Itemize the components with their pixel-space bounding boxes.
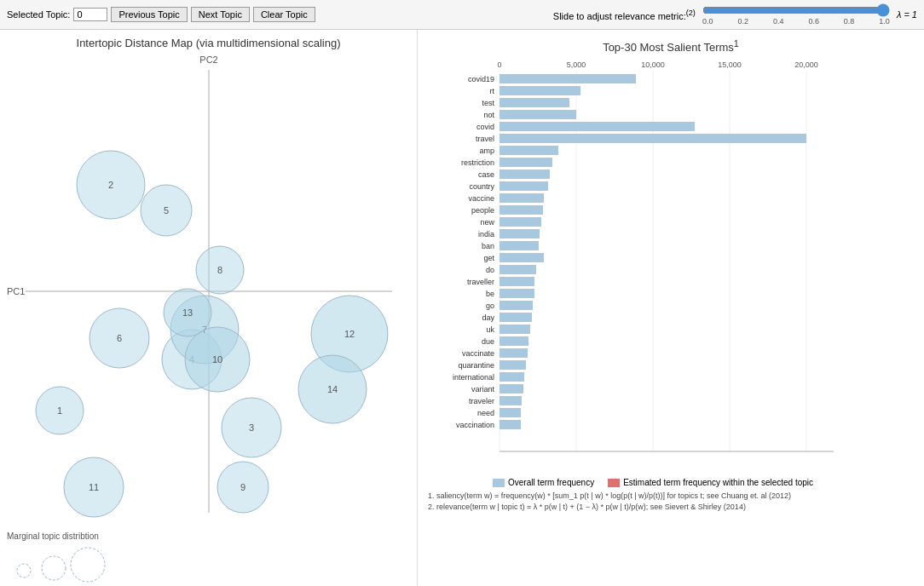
marginal-legend: Marginal topic distribtion 2% 5% 10%	[0, 530, 417, 586]
scatter-area: PC2 PC1 1 2 3 4 5	[0, 53, 418, 530]
intertopic-title: Intertopic Distance Map (via multidimens…	[0, 30, 417, 53]
svg-text:be: be	[486, 290, 494, 298]
legend-circle-5pct	[42, 556, 66, 580]
bar-go	[500, 301, 533, 310]
svg-text:india: india	[478, 230, 494, 238]
bar-vaccine	[500, 193, 544, 203]
bar-covid19	[500, 74, 636, 83]
bar-chart-title: Top-30 Most Salient Terms1	[424, 33, 917, 55]
svg-text:15,000: 15,000	[718, 60, 742, 69]
bar-ban	[500, 241, 539, 250]
bar-not	[500, 110, 576, 119]
legend-estimated: Estimated term frequency within the sele…	[608, 478, 813, 487]
pc2-label: PC2	[199, 55, 217, 65]
svg-text:10,000: 10,000	[641, 60, 665, 69]
svg-text:uk: uk	[486, 325, 494, 334]
bar-traveler	[500, 396, 522, 405]
svg-text:travel: travel	[476, 135, 494, 143]
svg-text:20,000: 20,000	[794, 60, 818, 69]
relevance-slider[interactable]	[702, 3, 890, 17]
svg-text:case: case	[478, 170, 494, 179]
left-panel: Intertopic Distance Map (via multidimens…	[0, 30, 418, 586]
topic-controls: Selected Topic: Previous Topic Next Topi…	[7, 7, 315, 22]
slider-ticks: 0.0 0.2 0.4 0.6 0.8 1.0	[702, 17, 890, 26]
main-content: Intertopic Distance Map (via multidimens…	[0, 30, 924, 586]
topic-label-13: 13	[182, 307, 193, 318]
chart-legend: Overall term frequency Estimated term fr…	[424, 478, 917, 487]
bar-people	[500, 205, 543, 215]
topic-label-11: 11	[89, 482, 99, 492]
bar-do	[500, 265, 536, 274]
svg-text:need: need	[477, 409, 494, 417]
bar-restriction	[500, 158, 552, 167]
svg-text:test: test	[482, 99, 494, 107]
svg-text:country: country	[469, 182, 494, 191]
topic-label-5: 5	[164, 205, 169, 215]
topic-label-3: 3	[249, 422, 254, 433]
bar-amp	[500, 146, 558, 155]
bar-traveller	[500, 277, 534, 286]
footnote-1: 1. saliency(term w) = frequency(w) * [su…	[428, 491, 917, 502]
bar-country	[500, 181, 548, 191]
svg-text:ban: ban	[482, 242, 494, 250]
svg-text:5,000: 5,000	[567, 60, 586, 69]
svg-text:traveller: traveller	[467, 278, 494, 286]
bar-covid	[500, 122, 695, 131]
svg-text:vaccine: vaccine	[468, 194, 494, 203]
svg-text:people: people	[471, 206, 494, 215]
legend-circle-2pct	[17, 564, 31, 577]
topic-input[interactable]	[73, 8, 107, 21]
prev-topic-button[interactable]: Previous Topic	[111, 7, 187, 22]
bar-chart-svg: 0 5,000 10,000 15,000 20,000 covid19 rt …	[424, 55, 876, 473]
bar-variant	[500, 384, 523, 394]
svg-text:restriction: restriction	[461, 158, 494, 167]
bar-get	[500, 253, 544, 262]
svg-text:variant: variant	[471, 385, 495, 394]
topic-label-1: 1	[57, 405, 62, 416]
svg-text:not: not	[483, 111, 494, 119]
svg-text:day: day	[482, 313, 494, 322]
next-topic-button[interactable]: Next Topic	[191, 7, 250, 22]
bar-test	[500, 98, 569, 107]
svg-text:get: get	[483, 254, 494, 262]
topic-label-8: 8	[217, 265, 222, 275]
bar-vaccination	[500, 420, 521, 429]
lambda-label: λ = 1	[897, 9, 917, 20]
bar-quarantine	[500, 360, 526, 370]
top-bar: Selected Topic: Previous Topic Next Topi…	[0, 0, 924, 30]
svg-text:due: due	[482, 337, 494, 346]
bar-rt	[500, 86, 580, 95]
bar-due	[500, 336, 528, 346]
legend-title: Marginal topic distribtion	[7, 531, 410, 541]
bar-uk	[500, 325, 530, 334]
svg-text:vaccination: vaccination	[456, 421, 494, 429]
overall-freq-box	[493, 479, 505, 487]
topic-label-12: 12	[344, 329, 355, 339]
bar-international	[500, 372, 524, 382]
selected-topic-label: Selected Topic:	[7, 9, 70, 20]
svg-text:do: do	[486, 266, 494, 274]
clear-topic-button[interactable]: Clear Topic	[253, 7, 315, 22]
bar-vaccinate	[500, 348, 528, 358]
svg-text:new: new	[480, 218, 494, 227]
topic-label-10: 10	[212, 354, 222, 365]
svg-text:covid19: covid19	[468, 75, 494, 83]
legend-overall: Overall term frequency	[493, 478, 594, 487]
bar-case	[500, 169, 550, 179]
topic-label-9: 9	[240, 482, 245, 492]
svg-text:go: go	[486, 302, 494, 310]
pc1-label: PC1	[7, 286, 25, 296]
topic-label-2: 2	[108, 180, 113, 190]
svg-text:rt: rt	[490, 87, 495, 95]
bar-india	[500, 229, 540, 238]
svg-text:traveler: traveler	[469, 397, 494, 405]
svg-text:0: 0	[497, 60, 501, 69]
legend-svg: 2% 5% 10%	[7, 541, 109, 586]
topic-label-6: 6	[117, 333, 122, 343]
svg-text:international: international	[453, 373, 494, 382]
svg-text:amp: amp	[479, 146, 494, 155]
topic-label-14: 14	[327, 384, 338, 394]
slider-controls: Slide to adjust relevance metric:(2) 0.0…	[553, 3, 917, 26]
bar-be	[500, 289, 534, 298]
svg-text:quarantine: quarantine	[458, 361, 494, 370]
